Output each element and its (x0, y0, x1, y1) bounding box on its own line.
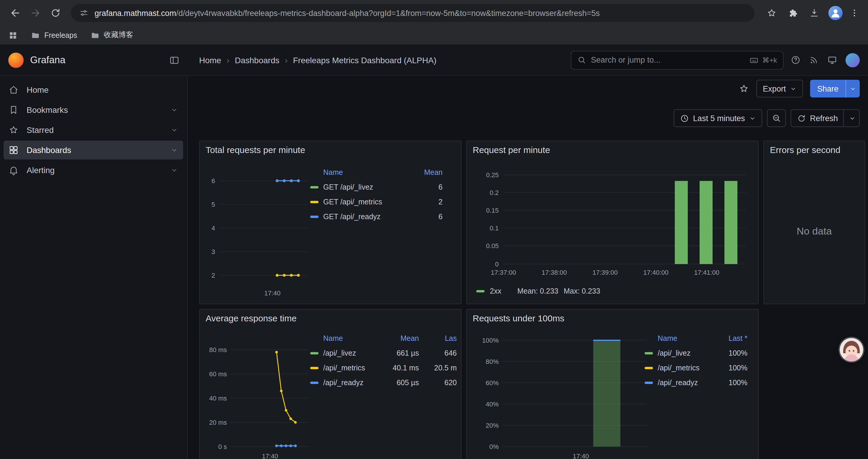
zoom-out-button[interactable] (767, 109, 785, 127)
apps-grid-icon[interactable] (8, 30, 18, 40)
legend-table: NameMean GET /api/_livez6 GET /api/_metr… (307, 165, 456, 224)
legend-row[interactable]: /api/_readyz605 µs620 (307, 375, 461, 390)
bookmark-star-icon[interactable] (764, 5, 779, 21)
downloads-icon[interactable] (807, 5, 822, 21)
forward-icon[interactable] (27, 5, 44, 21)
series-color-icon (476, 290, 485, 292)
grafana-header: Grafana Home › Dashboards › Freeleaps Me… (0, 45, 868, 76)
grafana-app: Grafana Home › Dashboards › Freeleaps Me… (0, 45, 868, 459)
legend-row[interactable]: /api/_metrics100% (641, 360, 753, 375)
legend-row[interactable]: /api/_livez661 µs646 (307, 346, 461, 360)
legend-table: NameMeanLas /api/_livez661 µs646 /api/_m… (307, 331, 461, 390)
panel-title[interactable]: Request per minute (473, 145, 550, 155)
breadcrumb-home[interactable]: Home (199, 55, 221, 65)
svg-text:0.2: 0.2 (490, 189, 499, 196)
panel-title[interactable]: Average response time (206, 313, 297, 323)
svg-text:0%: 0% (489, 443, 499, 451)
share-button[interactable]: Share (810, 80, 860, 97)
profile-avatar[interactable] (828, 5, 843, 21)
series-color-icon (310, 215, 318, 218)
series-color-icon (310, 366, 318, 369)
site-info-icon[interactable] (79, 8, 89, 18)
chevron-down-icon[interactable] (170, 106, 179, 114)
panel-average-response-time: Average response time 80 ms60 ms40 ms20 … (199, 309, 462, 459)
rss-icon[interactable] (809, 55, 819, 65)
star-icon (8, 125, 19, 135)
header-icons (790, 53, 860, 67)
svg-text:17:39:00: 17:39:00 (592, 269, 618, 276)
sidebar-item-alerting[interactable]: Alerting (4, 161, 183, 179)
svg-text:17:37:00: 17:37:00 (491, 269, 516, 276)
search-input[interactable] (591, 56, 745, 64)
refresh-interval-caret[interactable] (849, 115, 856, 121)
legend-row[interactable]: GET /api/_livez6 (307, 179, 456, 194)
refresh-button[interactable]: Refresh (790, 109, 860, 127)
bookmark-label: Freeleaps (44, 31, 77, 39)
svg-text:0 s: 0 s (218, 443, 227, 451)
sidebar-item-label: Alerting (27, 165, 55, 175)
line-chart: 80 ms60 ms40 ms20 ms0 s17:40 (205, 331, 311, 459)
floating-avatar[interactable] (840, 338, 863, 362)
legend-row[interactable]: /api/_readyz100% (641, 375, 753, 390)
svg-text:0.25: 0.25 (486, 171, 499, 179)
url-bar[interactable]: grafana.mathmast.com/d/deytv4rwavabkb/fr… (71, 4, 754, 22)
back-icon[interactable] (7, 5, 24, 21)
time-range-picker[interactable]: Last 5 minutes (674, 109, 762, 127)
bookmarks-icon (8, 104, 19, 115)
keyboard-icon (749, 55, 759, 65)
series-color-icon (310, 186, 318, 188)
sidebar-item-bookmarks[interactable]: Bookmarks (4, 100, 183, 119)
series-color-icon (310, 352, 318, 354)
no-data-message: No data (764, 141, 864, 304)
monitor-icon[interactable] (827, 55, 837, 65)
panel-requests-under-100ms: Requests under 100ms 100%80%60%40%20%0%1… (466, 309, 759, 459)
grafana-logo[interactable] (8, 52, 24, 68)
sidebar-item-home[interactable]: Home (4, 80, 183, 99)
chevron-down-icon[interactable] (170, 146, 179, 154)
star-dashboard-icon[interactable] (739, 83, 749, 94)
legend-row[interactable]: GET /api/_metrics2 (307, 194, 456, 209)
breadcrumb-dashboards[interactable]: Dashboards (235, 55, 279, 65)
sidebar-item-label: Dashboards (27, 145, 71, 155)
sidebar-item-starred[interactable]: Starred (4, 121, 183, 139)
legend-row[interactable]: /api/_livez100% (641, 346, 753, 360)
sidebar-item-dashboards[interactable]: Dashboards (4, 140, 183, 160)
share-dropdown-caret[interactable] (845, 80, 860, 97)
export-button[interactable]: Export (756, 80, 803, 97)
breadcrumb-current: Freeleaps Metrics Dashboard (ALPHA) (293, 55, 437, 65)
svg-text:20 ms: 20 ms (209, 419, 227, 426)
svg-text:80%: 80% (486, 358, 499, 365)
svg-text:100%: 100% (482, 337, 499, 344)
search-box[interactable]: ⌘+k (571, 51, 783, 69)
series-color-icon (645, 381, 653, 384)
bookmark-folder-blog[interactable]: 收藏博客 (90, 30, 133, 40)
bookmark-folder-freeleaps[interactable]: Freeleaps (31, 30, 77, 40)
svg-text:0.15: 0.15 (486, 207, 499, 214)
svg-text:3: 3 (212, 248, 215, 256)
panel-title[interactable]: Total requests per minute (206, 145, 305, 155)
panel-title[interactable]: Requests under 100ms (473, 313, 564, 323)
user-avatar[interactable] (845, 53, 860, 67)
menu-kebab-icon[interactable] (847, 5, 862, 21)
extensions-icon[interactable] (785, 5, 801, 21)
reload-icon[interactable] (47, 5, 64, 21)
folder-icon (90, 30, 99, 40)
sidebar-item-label: Starred (27, 125, 54, 135)
breadcrumb-separator: › (285, 55, 288, 65)
breadcrumb-separator: › (226, 55, 229, 65)
legend-row[interactable]: /api/_metrics40.1 ms20.5 m (307, 360, 461, 375)
legend-row[interactable]: GET /api/_readyz6 (307, 209, 456, 224)
sidebar-item-label: Bookmarks (27, 105, 68, 114)
svg-text:17:40: 17:40 (572, 453, 589, 459)
svg-text:60%: 60% (486, 379, 499, 387)
sidebar-toggle-icon[interactable] (169, 55, 180, 65)
svg-text:17:41:00: 17:41:00 (694, 269, 719, 276)
chevron-down-icon[interactable] (170, 126, 179, 134)
refresh-icon (797, 114, 806, 123)
chevron-down-icon[interactable] (170, 166, 179, 174)
help-icon[interactable] (790, 55, 801, 65)
svg-text:17:40: 17:40 (264, 290, 280, 297)
alerting-bell-icon (8, 165, 19, 175)
browser-toolbar: grafana.mathmast.com/d/deytv4rwavabkb/fr… (0, 0, 868, 26)
legend[interactable]: 2xx Mean: 0.233 Max: 0.233 (476, 287, 600, 295)
